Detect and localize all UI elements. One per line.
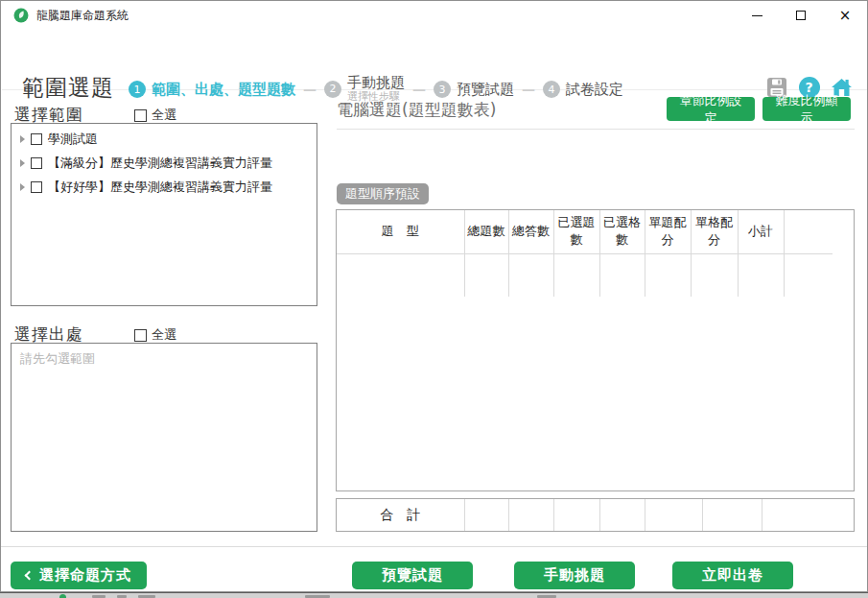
header: 範圍選題 1 範圍、出處、題型題數 — 2 手動挑題 選擇性步驟 — 3 預覽試…	[2, 30, 868, 90]
table-cell	[553, 253, 599, 297]
question-type-order-badge[interactable]: 題型順序預設	[337, 183, 429, 204]
totals-cell	[599, 499, 645, 531]
bottom-bar: 選擇命題方式 預覽試題 手動挑題 立即出卷	[1, 546, 867, 592]
totals-cell	[464, 499, 508, 531]
expand-chevron-icon[interactable]	[20, 159, 25, 167]
maximize-button[interactable]	[779, 1, 823, 30]
source-listbox[interactable]: 請先勾選範圍	[11, 343, 317, 532]
minimize-button[interactable]	[735, 1, 779, 30]
table-cell	[691, 253, 738, 297]
table-cell	[738, 253, 784, 297]
source-select-all[interactable]: 全選	[134, 326, 176, 344]
table-cell	[337, 253, 464, 297]
maximize-icon	[796, 11, 806, 20]
col-total-answers: 總答數	[508, 210, 553, 253]
table-cell	[508, 253, 553, 297]
range-select-all-label: 全選	[152, 107, 176, 124]
manual-pick-button[interactable]: 手動挑題	[514, 562, 635, 589]
step-3-preview[interactable]: 3 預覽試題	[434, 81, 514, 99]
titlebar: 龍騰題庫命題系統 ×	[1, 1, 867, 30]
range-item-exam[interactable]: 學測試題	[12, 127, 317, 151]
question-type-table[interactable]: 題 型 總題數 總答數 已選題數 已選格數 單題配分 單格配分 小計	[336, 209, 855, 491]
expand-chevron-icon[interactable]	[20, 135, 25, 143]
table-cell	[464, 253, 508, 297]
app-logo-icon	[13, 8, 29, 23]
col-selected-cells: 已選格數	[599, 210, 645, 253]
step-2-label: 手動挑題	[347, 75, 405, 91]
totals-cell	[702, 499, 762, 531]
step-1-label: 範圍、出處、題型題數	[152, 81, 295, 99]
totals-cell	[645, 499, 702, 531]
step-3-label: 預覽試題	[457, 81, 514, 99]
col-selected-questions: 已選題數	[553, 210, 599, 253]
back-to-method-button[interactable]: 選擇命題方式	[11, 562, 147, 589]
table-header-row: 題 型 總題數 總答數 已選題數 已選格數 單題配分 單格配分 小計	[337, 210, 833, 253]
app-window: 龍騰題庫命題系統 × 範圍選題 1 範圍、出處、題型題數 — 2 手動挑題 選擇…	[0, 0, 868, 592]
computer-select-title: 電腦選題(題型題數表)	[337, 99, 496, 121]
source-placeholder: 請先勾選範圍	[20, 350, 95, 368]
step-separator: —	[412, 82, 426, 97]
minimize-icon	[752, 15, 762, 16]
step-separator: —	[303, 82, 317, 97]
col-extra	[784, 210, 833, 253]
difficulty-ratio-button[interactable]: 難度比例顯示	[762, 97, 851, 121]
range-select-all[interactable]: 全選	[134, 107, 176, 124]
range-item-label: 【滿級分】歷史學測總複習講義實力評量	[48, 155, 272, 172]
chapter-ratio-button[interactable]: 章節比例設定	[667, 97, 755, 121]
totals-row: 合 計	[336, 498, 855, 532]
step-1-range[interactable]: 1 範圍、出處、題型題數	[129, 81, 295, 99]
close-button[interactable]: ×	[823, 1, 867, 30]
table-cell	[645, 253, 691, 297]
expand-chevron-icon[interactable]	[20, 183, 25, 191]
step-1-number: 1	[129, 81, 146, 98]
source-select-all-checkbox[interactable]	[134, 329, 147, 342]
step-3-number: 3	[434, 81, 451, 98]
step-4-number: 4	[543, 81, 560, 98]
step-4-paper-settings[interactable]: 4 試卷設定	[543, 81, 623, 99]
panel-divider	[337, 129, 855, 130]
back-chevron-icon	[25, 571, 35, 581]
col-points-per-question: 單題配分	[645, 210, 691, 253]
table-empty-row	[337, 253, 833, 297]
range-item-label: 【好好學】歷史學測總複習講義實力評量	[48, 179, 272, 196]
generate-paper-button[interactable]: 立即出卷	[672, 562, 793, 589]
page-title: 範圍選題	[22, 73, 114, 103]
app-title: 龍騰題庫命題系統	[36, 8, 129, 24]
range-item-checkbox[interactable]	[31, 133, 42, 145]
step-2-number: 2	[324, 81, 341, 98]
range-item-checkbox[interactable]	[31, 157, 42, 169]
close-icon: ×	[839, 9, 852, 23]
totals-cell	[762, 499, 854, 531]
table-cell	[784, 253, 833, 297]
step-4-label: 試卷設定	[566, 81, 623, 99]
background-logo-fragment	[59, 594, 66, 598]
range-item-good-study[interactable]: 【好好學】歷史學測總複習講義實力評量	[12, 175, 317, 199]
totals-cell	[508, 499, 553, 531]
totals-cell	[553, 499, 599, 531]
range-item-full-score[interactable]: 【滿級分】歷史學測總複習講義實力評量	[12, 151, 317, 175]
col-points-per-cell: 單格配分	[691, 210, 738, 253]
step-separator: —	[522, 82, 535, 97]
range-select-all-checkbox[interactable]	[134, 109, 147, 122]
table-cell	[599, 253, 645, 297]
col-total-questions: 總題數	[464, 210, 508, 253]
source-select-all-label: 全選	[152, 326, 176, 344]
range-item-checkbox[interactable]	[31, 181, 42, 193]
background-window-sliver	[0, 592, 868, 598]
col-question-type: 題 型	[337, 210, 464, 253]
range-item-label: 學測試題	[48, 131, 98, 148]
totals-label: 合 計	[337, 499, 464, 531]
col-subtotal: 小計	[738, 210, 784, 253]
range-listbox[interactable]: 學測試題 【滿級分】歷史學測總複習講義實力評量 【好好學】歷史學測總複習講義實力…	[11, 123, 317, 306]
preview-questions-button[interactable]: 預覽試題	[352, 562, 473, 589]
